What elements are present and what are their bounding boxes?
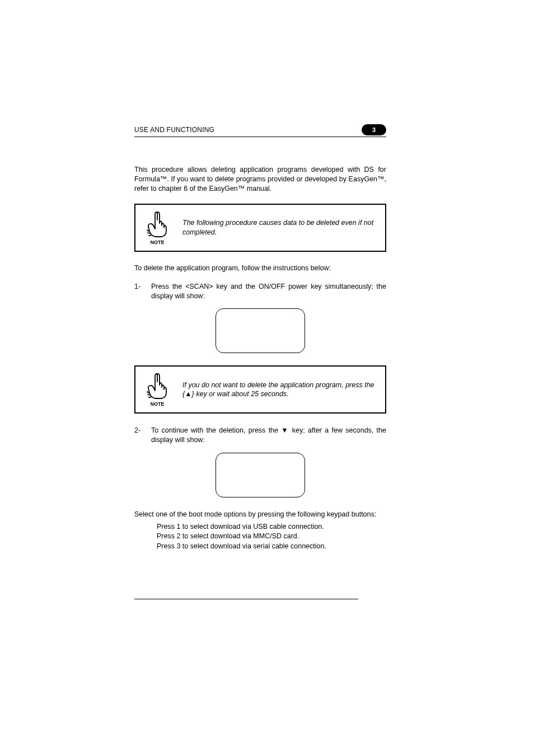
note-icon-container: NOTE: [143, 210, 171, 245]
header-title: USE AND FUNCTIONING: [134, 126, 214, 134]
step-text: To continue with the deletion, press the…: [151, 426, 386, 445]
note-text-2: If you do not want to delete the applica…: [182, 381, 377, 400]
boot-option-2: Press 2 to select download via MMC/SD ca…: [157, 532, 386, 542]
boot-option-1: Press 1 to select download via USB cable…: [157, 522, 386, 532]
note-text-1: The following procedure causes data to b…: [182, 218, 377, 237]
step-number: 2-: [134, 426, 151, 445]
instruction-lead: To delete the application program, follo…: [134, 264, 386, 272]
display-screen-2: [216, 453, 305, 497]
note-label: NOTE: [150, 401, 164, 407]
step-text: Press the <SCAN> key and the ON/OFF powe…: [151, 282, 386, 301]
note-icon-container: NOTE: [143, 372, 171, 407]
footer-rule: [134, 599, 358, 599]
document-page: USE AND FUNCTIONING 3 This procedure all…: [0, 0, 534, 551]
hand-pointing-icon: [143, 372, 171, 400]
step-number: 1-: [134, 282, 151, 301]
note-box-2: NOTE If you do not want to delete the ap…: [134, 365, 386, 414]
boot-mode-lead: Select one of the boot mode options by p…: [134, 510, 386, 520]
display-screen-1: [216, 308, 305, 353]
boot-option-3: Press 3 to select download via serial ca…: [157, 542, 386, 552]
step-1: 1- Press the <SCAN> key and the ON/OFF p…: [134, 282, 386, 301]
intro-paragraph: This procedure allows deleting applicati…: [134, 165, 386, 194]
note-label: NOTE: [150, 240, 164, 245]
section-badge: 3: [362, 124, 386, 135]
hand-pointing-icon: [143, 210, 171, 238]
step-2: 2- To continue with the deletion, press …: [134, 426, 386, 445]
note-box-1: NOTE The following procedure causes data…: [134, 204, 386, 252]
page-header: USE AND FUNCTIONING 3: [134, 124, 386, 137]
